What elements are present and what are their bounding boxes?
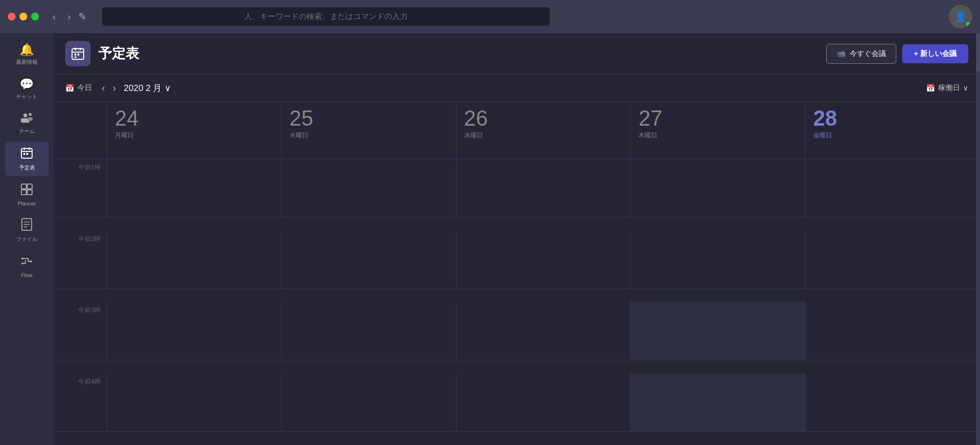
calendar-header: 予定表 📹 今すぐ会議 + 新しい会議 bbox=[54, 33, 980, 74]
day-number-24: 24 bbox=[115, 108, 139, 129]
cell-3am-fri[interactable] bbox=[805, 302, 980, 360]
svg-point-0 bbox=[23, 113, 27, 117]
cell-4am-mon[interactable] bbox=[107, 373, 282, 432]
svg-rect-12 bbox=[21, 190, 26, 195]
cell-3am-mon[interactable] bbox=[107, 302, 282, 360]
scrollbar-thumb[interactable] bbox=[976, 33, 980, 72]
sidebar-item-chat[interactable]: 💬 チャット bbox=[5, 73, 49, 105]
meet-now-label: 今すぐ会議 bbox=[850, 49, 886, 58]
sidebar-label-notifications: 最新情報 bbox=[16, 58, 37, 66]
titlebar: ‹ › ✎ 👤 bbox=[0, 0, 980, 33]
cell-2am-mon[interactable] bbox=[107, 231, 282, 289]
new-meeting-button[interactable]: + 新しい会議 bbox=[902, 44, 968, 63]
flow-icon bbox=[20, 255, 33, 270]
content-area: 予定表 📹 今すぐ会議 + 新しい会議 📅 今日 ‹ › 2020 2 月 ∨ … bbox=[54, 33, 980, 445]
chevron-down-icon: ∨ bbox=[164, 83, 171, 93]
teams-icon bbox=[20, 112, 33, 126]
planner-icon bbox=[20, 183, 33, 199]
svg-rect-10 bbox=[21, 184, 26, 189]
day-header-24: 24 月曜日 bbox=[107, 102, 282, 159]
svg-rect-11 bbox=[27, 184, 32, 189]
time-label-4am: 午前4時 bbox=[54, 373, 107, 432]
chat-icon: 💬 bbox=[19, 77, 34, 91]
day-header-27: 27 木曜日 bbox=[631, 102, 805, 159]
cell-2am-tue[interactable] bbox=[282, 231, 456, 289]
cell-3am-thu[interactable] bbox=[631, 302, 805, 360]
time-header-cell bbox=[54, 102, 107, 159]
month-label[interactable]: 2020 2 月 ∨ bbox=[124, 82, 171, 94]
new-meeting-label: + 新しい会議 bbox=[914, 49, 957, 58]
cell-1am-thu[interactable] bbox=[631, 159, 805, 218]
calendar-icon-box bbox=[65, 41, 91, 66]
day-header-28: 28 金曜日 bbox=[805, 102, 980, 159]
cell-4am-wed[interactable] bbox=[456, 373, 631, 432]
calendar-title: 予定表 bbox=[98, 44, 826, 63]
day-name-25: 火曜日 bbox=[290, 131, 309, 140]
day-number-26: 26 bbox=[464, 108, 488, 129]
avatar[interactable]: 👤 bbox=[949, 5, 972, 28]
month-text: 2020 2 月 bbox=[124, 82, 162, 94]
svg-point-19 bbox=[21, 262, 23, 264]
cell-1am-tue[interactable] bbox=[282, 159, 456, 218]
cell-4am-tue[interactable] bbox=[282, 373, 456, 432]
files-icon bbox=[21, 218, 32, 234]
cell-2am-thu[interactable] bbox=[631, 231, 805, 289]
cell-3am-wed[interactable] bbox=[456, 302, 631, 360]
time-label-3am: 午前3時 bbox=[54, 302, 107, 360]
day-name-27: 木曜日 bbox=[638, 131, 657, 140]
sidebar-item-files[interactable]: ファイル bbox=[5, 213, 49, 248]
cell-4am-fri[interactable] bbox=[805, 373, 980, 432]
day-name-26: 水曜日 bbox=[464, 131, 483, 140]
next-week-button[interactable]: › bbox=[109, 80, 120, 95]
minimize-button[interactable] bbox=[19, 13, 27, 20]
time-label-1am: 午前1時 bbox=[54, 159, 107, 218]
maximize-button[interactable] bbox=[31, 13, 39, 20]
search-input[interactable] bbox=[102, 7, 550, 26]
sidebar-item-calendar[interactable]: 予定表 bbox=[5, 142, 49, 176]
day-header-26: 26 水曜日 bbox=[456, 102, 631, 159]
video-icon: 📹 bbox=[836, 49, 846, 58]
meet-now-button[interactable]: 📹 今すぐ会議 bbox=[826, 44, 896, 64]
forward-button[interactable]: › bbox=[64, 9, 75, 24]
sidebar-label-flow: Flow bbox=[21, 272, 32, 278]
workday-label: 稼働日 bbox=[938, 83, 960, 93]
sidebar-item-teams[interactable]: チーム bbox=[5, 107, 49, 140]
cell-1am-mon[interactable] bbox=[107, 159, 282, 218]
sidebar-item-notifications[interactable]: 🔔 最新情報 bbox=[5, 38, 49, 71]
workday-button[interactable]: 📅 稼働日 ∨ bbox=[926, 83, 968, 93]
today-button[interactable]: 📅 今日 bbox=[65, 83, 92, 93]
cell-4am-thu[interactable] bbox=[631, 373, 805, 432]
calendar-grid-container: 24 月曜日 25 火曜日 26 水曜日 27 木曜日 28 金曜日 bbox=[54, 102, 980, 445]
back-button[interactable]: ‹ bbox=[49, 9, 60, 24]
sidebar-label-teams: チーム bbox=[19, 128, 35, 135]
main-layout: 🔔 最新情報 💬 チャット チーム bbox=[0, 33, 980, 445]
svg-point-1 bbox=[29, 113, 32, 116]
day-number-25: 25 bbox=[290, 108, 313, 129]
time-label-2am: 午前2時 bbox=[54, 231, 107, 289]
close-button[interactable] bbox=[8, 13, 16, 20]
sidebar-item-flow[interactable]: Flow bbox=[5, 250, 49, 283]
cell-2am-wed[interactable] bbox=[456, 231, 631, 289]
cell-3am-tue[interactable] bbox=[282, 302, 456, 360]
svg-rect-13 bbox=[27, 190, 32, 195]
calendar-grid: 24 月曜日 25 火曜日 26 水曜日 27 木曜日 28 金曜日 bbox=[54, 102, 980, 445]
today-icon: 📅 bbox=[65, 84, 74, 93]
sidebar: 🔔 最新情報 💬 チャット チーム bbox=[0, 33, 54, 445]
day-name-28: 金曜日 bbox=[813, 131, 832, 140]
day-header-25: 25 火曜日 bbox=[282, 102, 456, 159]
sidebar-item-planner[interactable]: Planner bbox=[5, 178, 49, 211]
cell-1am-wed[interactable] bbox=[456, 159, 631, 218]
prev-week-button[interactable]: ‹ bbox=[98, 80, 109, 95]
sidebar-label-calendar: 予定表 bbox=[19, 164, 35, 171]
day-name-24: 月曜日 bbox=[115, 131, 134, 140]
today-label: 今日 bbox=[77, 83, 92, 93]
sidebar-label-planner: Planner bbox=[18, 201, 36, 206]
workday-icon: 📅 bbox=[926, 84, 935, 93]
calendar-sidebar-icon bbox=[20, 147, 33, 162]
svg-rect-27 bbox=[74, 56, 76, 58]
cell-2am-fri[interactable] bbox=[805, 231, 980, 289]
avatar-online-badge bbox=[964, 20, 971, 27]
svg-point-18 bbox=[21, 258, 23, 260]
cell-1am-fri[interactable] bbox=[805, 159, 980, 218]
compose-button[interactable]: ✎ bbox=[78, 11, 87, 22]
